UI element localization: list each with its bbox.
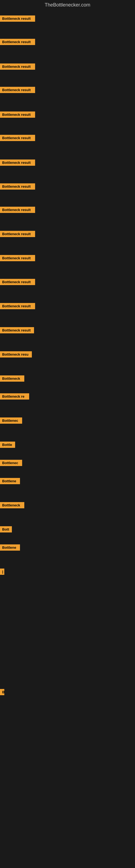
bottleneck-badge[interactable]: Bottlenec — [0, 417, 22, 424]
bottleneck-badge[interactable]: Bottlenec — [0, 460, 22, 466]
bottleneck-item: Bottleneck result — [0, 279, 35, 286]
bottleneck-badge[interactable]: Bottleneck result — [0, 303, 35, 309]
bottleneck-item: Bottleneck result — [0, 255, 35, 262]
bottleneck-badge[interactable]: Bottleneck result — [0, 327, 34, 333]
site-title: TheBottlenecker.com — [0, 0, 135, 9]
bottleneck-item: Bottleneck — [0, 375, 24, 383]
bottleneck-badge[interactable]: | — [0, 568, 4, 575]
bottleneck-item: Bottle — [0, 442, 15, 449]
bottleneck-badge[interactable]: Bottleneck result — [0, 39, 35, 45]
bottleneck-item: Bottleneck result — [0, 303, 35, 310]
bottleneck-item: Bottlenec — [0, 417, 22, 425]
bottleneck-badge[interactable]: Bottleneck result — [0, 87, 35, 93]
bottleneck-badge[interactable]: Bottleneck result — [0, 135, 35, 141]
bottleneck-item: Bottleneck — [0, 502, 24, 509]
bottleneck-badge[interactable]: Bottleneck result — [0, 16, 35, 22]
bottleneck-badge[interactable]: Bottleneck result — [0, 255, 35, 261]
bottleneck-item: Bottleneck result — [0, 327, 34, 335]
bottleneck-badge[interactable]: Bottleneck result — [0, 159, 35, 166]
bottleneck-badge[interactable]: Bottleneck — [0, 375, 24, 382]
bottleneck-badge[interactable]: Bottleneck result — [0, 63, 35, 70]
bottleneck-item: Bottleneck result — [0, 159, 35, 167]
bottleneck-badge[interactable]: Bottleneck re — [0, 393, 29, 400]
bottleneck-item: Bottleneck re — [0, 393, 29, 401]
bottleneck-item: Bottlene — [0, 478, 20, 485]
bottleneck-badge[interactable]: B — [0, 689, 4, 695]
bottleneck-badge[interactable]: Bottleneck result — [0, 279, 35, 285]
bottleneck-badge[interactable]: Bottleneck result — [0, 183, 35, 190]
bottleneck-item: Bottleneck resu — [0, 351, 32, 359]
bottleneck-item: Bottlenec — [0, 460, 22, 467]
bottleneck-item: Bottleneck result — [0, 183, 35, 191]
bottleneck-badge[interactable]: Bottleneck result — [0, 112, 35, 118]
bottleneck-item: Bottleneck result — [0, 16, 35, 23]
bottleneck-item: Bottleneck result — [0, 135, 35, 142]
bottleneck-item: Bott — [0, 526, 12, 533]
bottleneck-badge[interactable]: Bottleneck — [0, 502, 24, 508]
bottleneck-badge[interactable]: Bottleneck result — [0, 231, 35, 237]
bottleneck-item: | — [0, 568, 4, 576]
page-container: TheBottlenecker.com — [0, 0, 135, 9]
bottleneck-badge[interactable]: Bottlene — [0, 545, 20, 551]
bottleneck-item: Bottleneck result — [0, 231, 35, 238]
bottleneck-badge[interactable]: Bottle — [0, 442, 15, 448]
bottleneck-item: Bottlene — [0, 545, 20, 552]
bottleneck-badge[interactable]: Bott — [0, 526, 12, 532]
bottleneck-item: Bottleneck result — [0, 63, 35, 71]
bottleneck-badge[interactable]: Bottleneck resu — [0, 351, 32, 358]
bottleneck-item: Bottleneck result — [0, 207, 35, 214]
bottleneck-item: Bottleneck result — [0, 112, 35, 119]
bottleneck-item: Bottleneck result — [0, 39, 35, 46]
bottleneck-badge[interactable]: Bottlene — [0, 478, 20, 484]
bottleneck-badge[interactable]: Bottleneck result — [0, 207, 35, 213]
bottleneck-item: B — [0, 689, 4, 696]
bottleneck-item: Bottleneck result — [0, 87, 35, 94]
